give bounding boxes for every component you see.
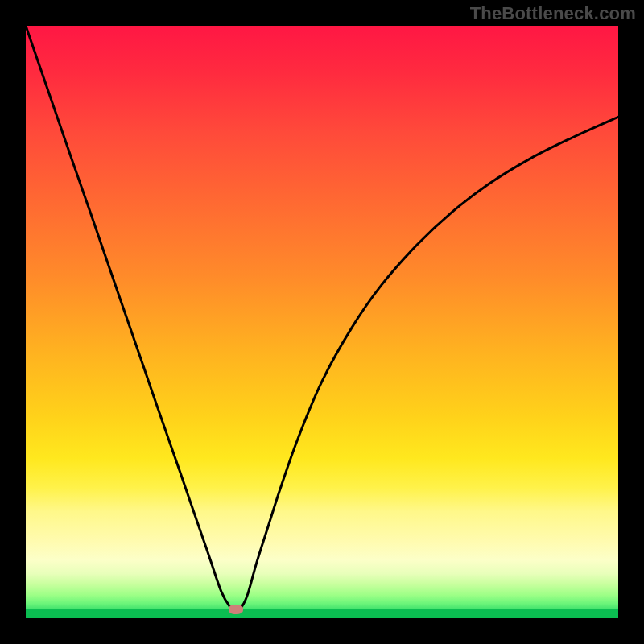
chart-frame: TheBottleneck.com (0, 0, 644, 644)
optimal-marker (229, 605, 243, 614)
watermark-text: TheBottleneck.com (470, 3, 636, 24)
bottleneck-curve (26, 26, 618, 618)
plot-area (26, 26, 618, 618)
